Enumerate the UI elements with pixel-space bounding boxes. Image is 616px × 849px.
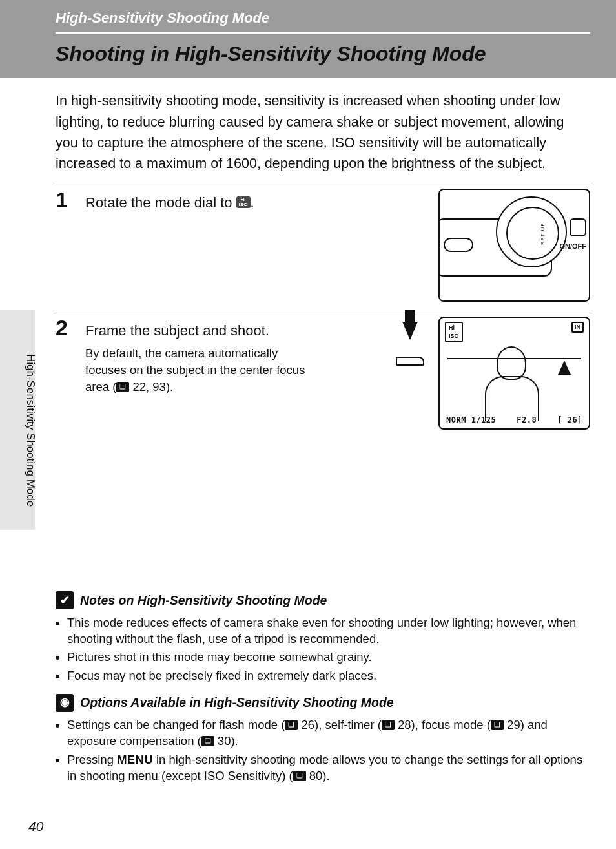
mode-dial-illustration: SET UP ON/OFF xyxy=(438,189,590,302)
lcd-readout: NORM 1/125 F2.8 [ 26] xyxy=(440,415,589,426)
arrow-down-icon xyxy=(402,322,418,340)
hi-iso-badge: HiISO xyxy=(445,322,463,342)
tip-icon: ◉ xyxy=(56,694,74,712)
option-item: Settings can be changed for flash mode (… xyxy=(67,717,590,749)
page-ref-icon: ❏ xyxy=(293,771,306,781)
page-ref-icon: ❏ xyxy=(285,720,298,730)
page-ref-icon: ❏ xyxy=(491,720,504,730)
page-ref-icon: ❏ xyxy=(201,736,214,746)
note-item: This mode reduces effects of camera shak… xyxy=(67,615,590,647)
notes-heading: ✔ Notes on High-Sensitivity Shooting Mod… xyxy=(56,591,590,609)
page-ref-icon: ❏ xyxy=(116,382,129,392)
options-heading: ◉ Options Available in High-Sensitivity … xyxy=(56,693,590,711)
option-item: Pressing MENU in high-sensitivity shooti… xyxy=(67,752,590,784)
check-icon: ✔ xyxy=(56,591,74,609)
side-section-label: High-Sensitivity Shooting Mode xyxy=(22,354,38,507)
power-button-icon xyxy=(570,218,586,236)
page-ref-icon: ❏ xyxy=(382,720,395,730)
divider xyxy=(56,183,590,183)
step-2-desc: By default, the camera automatically foc… xyxy=(85,345,318,395)
text: . xyxy=(251,194,254,211)
onoff-label: ON/OFF xyxy=(559,242,586,252)
step-2: 2 Frame the subject and shoot. By defaul… xyxy=(56,317,590,430)
step-number: 1 xyxy=(56,189,74,211)
section-title: High-Sensitivity Shooting Mode xyxy=(56,8,590,34)
step-1: 1 Rotate the mode dial to HiISO. SET UP … xyxy=(56,189,590,302)
intro-paragraph: In high-sensitivity shooting mode, sensi… xyxy=(56,90,590,174)
text: ). xyxy=(166,380,173,393)
setup-label: SET UP xyxy=(539,223,547,246)
page-title: Shooting in High-Sensitivity Shooting Mo… xyxy=(56,39,616,68)
notes-section: ✔ Notes on High-Sensitivity Shooting Mod… xyxy=(56,591,590,784)
in-badge: IN xyxy=(571,322,584,333)
options-title: Options Available in High-Sensitivity Sh… xyxy=(80,693,394,711)
menu-label: MENU xyxy=(117,753,153,766)
text: Rotate the mode dial to xyxy=(85,194,236,211)
note-item: Pictures shot in this mode may become so… xyxy=(67,649,590,666)
step-1-title: Rotate the mode dial to HiISO. xyxy=(85,193,427,213)
page-number: 40 xyxy=(28,817,43,836)
options-list: Settings can be changed for flash mode (… xyxy=(67,717,590,784)
note-item: Focus may not be precisely fixed in extr… xyxy=(67,668,590,684)
step-2-title: Frame the subject and shoot. xyxy=(85,320,379,341)
press-shutter-illustration xyxy=(391,317,429,430)
text: 22, 93 xyxy=(129,380,166,393)
notes-title: Notes on High-Sensitivity Shooting Mode xyxy=(80,591,327,609)
lcd-preview-illustration: HiISO IN NORM 1/125 F2.8 [ 26] xyxy=(438,317,590,430)
header-band: High-Sensitivity Shooting Mode Shooting … xyxy=(0,0,616,78)
hi-iso-icon: HiISO xyxy=(236,196,251,208)
notes-list: This mode reduces effects of camera shak… xyxy=(67,615,590,685)
step-number: 2 xyxy=(56,317,74,339)
divider xyxy=(56,311,590,311)
